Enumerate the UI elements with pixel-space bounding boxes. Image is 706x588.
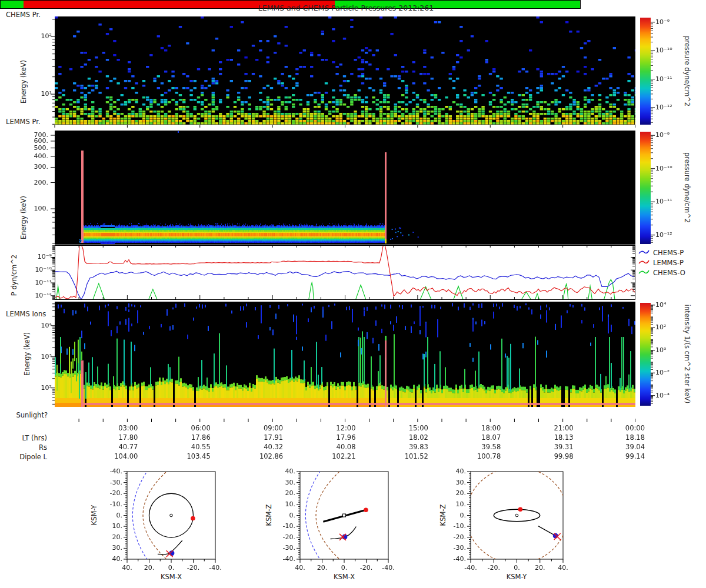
- orbit-y-tick: -10.: [440, 522, 466, 530]
- row-label-dipole: Dipole L: [0, 453, 47, 461]
- ephemeris-value: 17.80: [91, 433, 138, 442]
- colorbar-tick-label: 10⁻⁴: [655, 392, 697, 399]
- ephemeris-value: 104.00: [91, 452, 138, 460]
- ephemeris-value: 17.96: [309, 433, 356, 442]
- colorbar-tick-label: 10⁻⁹: [655, 18, 697, 26]
- ephemeris-value: 39.31: [527, 443, 574, 451]
- ephemeris-value: 99.98: [527, 452, 574, 460]
- orbit-y-tick: 10.: [440, 500, 466, 508]
- panel2-ylabel: Energy (keV): [19, 182, 28, 253]
- time-tick-label: 21:00: [527, 424, 574, 432]
- colorbar-tick-label: 10⁻¹⁰: [655, 46, 697, 54]
- panel-chems-title: CHEMS Pr.: [6, 11, 41, 19]
- orbit-y-tick: 40.: [96, 555, 122, 563]
- ephemeris-value: 39.83: [381, 443, 428, 451]
- colorbar-tick-label: 10⁰: [655, 346, 697, 354]
- ephemeris-value: 103.45: [164, 452, 211, 460]
- colorbar2-title: pressure dyne/cm^2: [683, 141, 691, 235]
- colorbar-tick-label: 10²: [655, 323, 697, 331]
- orbit-y-tick: -20.: [269, 533, 295, 541]
- y-tick-label: 100.: [13, 205, 48, 212]
- ephemeris-value: 100.78: [454, 452, 501, 460]
- orbit-y-tick: -40.: [269, 555, 295, 563]
- y-tick-label: 500.: [13, 144, 48, 152]
- y-tick-label: 200.: [13, 179, 48, 186]
- y-tick-label: 10¹: [16, 90, 52, 98]
- ephemeris-value: 40.77: [91, 443, 138, 451]
- colorbar-tick-label: 10⁻¹²: [655, 231, 697, 239]
- ephemeris-value: 40.55: [164, 443, 211, 451]
- colorbar-tick-label: 10⁻¹¹: [655, 75, 697, 83]
- pressure-lineplot: [55, 245, 635, 300]
- panel1-ylabel: Energy (keV): [19, 46, 28, 117]
- colorbar-intensity: [640, 303, 651, 406]
- orbit-x-tick: 40.: [550, 564, 576, 572]
- orbit-y-tick: -40.: [96, 467, 122, 475]
- orbit-y-tick: -20.: [96, 489, 122, 497]
- orbit-y-tick: 30.: [440, 479, 466, 486]
- orbit-y-tick: -40.: [440, 555, 466, 563]
- row-label-lt: LT (hrs): [0, 434, 47, 442]
- colorbar-pressure-1: [640, 18, 651, 125]
- figure-title: LEMMS and CHEMS Particle Pressures 2012:…: [169, 4, 522, 12]
- orbit-x-tick: 0.: [504, 564, 530, 572]
- orbit-y-tick: 10.: [269, 500, 295, 508]
- orbit-y-tick: -20.: [440, 533, 466, 541]
- colorbar-tick-label: 10⁻¹²: [655, 103, 697, 111]
- lemms-spectrogram: [55, 131, 635, 245]
- y-tick-label: 10⁻¹¹: [16, 279, 52, 286]
- orbit-y-tick: 0.: [96, 512, 122, 519]
- orbit-y-tick: 40.: [269, 467, 295, 475]
- time-tick-label: 09:00: [236, 424, 283, 432]
- ephemeris-value: 39.04: [598, 443, 645, 451]
- ephemeris-value: 17.86: [164, 433, 211, 442]
- ephemeris-value: 99.14: [598, 452, 645, 460]
- chems-spectrogram: [55, 16, 635, 125]
- colorbar-tick-label: 10⁻⁹: [655, 131, 697, 139]
- colorbar-tick-label: 10⁴: [655, 301, 697, 309]
- panel-ions-title: LEMMS Ions: [6, 310, 46, 318]
- ephemeris-value: 17.91: [236, 433, 283, 442]
- time-tick-label: 12:00: [309, 424, 356, 432]
- colorbar-pressure-2: [640, 132, 651, 244]
- y-tick-label: 10²: [16, 384, 52, 392]
- orbit3-xlabel: KSM-Y: [493, 573, 540, 581]
- row-label-rs: Rs: [0, 443, 47, 452]
- y-tick-label: 300.: [13, 163, 48, 171]
- ephemeris-value: 40.32: [236, 443, 283, 451]
- y-tick-label: 10⁴: [16, 322, 52, 329]
- sunlight-segment-yes: [1, 1, 24, 8]
- ephemeris-value: 40.08: [309, 443, 356, 451]
- orbit-y-tick: -10.: [96, 500, 122, 508]
- orbit-y-tick: 20.: [440, 489, 466, 497]
- ephemeris-value: 101.52: [381, 452, 428, 460]
- orbit-y-tick: 30.: [269, 479, 295, 486]
- orbit-y-tick: 40.: [440, 467, 466, 475]
- orbit-y-tick: 10.: [96, 522, 122, 530]
- panel-lemms-title: LEMMS Pr.: [6, 118, 41, 126]
- orbit-y-tick: -30.: [440, 544, 466, 552]
- colorbar-tick-label: 10⁻²: [655, 369, 697, 376]
- sunlight-label: Sunlight?: [0, 411, 48, 419]
- time-tick-label: 00:00: [598, 424, 645, 432]
- orbit-x-tick: 20.: [527, 564, 553, 572]
- ephemeris-value: 102.21: [309, 452, 356, 460]
- orbit-x-tick: -40.: [202, 564, 228, 572]
- y-tick-label: 10⁻¹²: [16, 292, 52, 299]
- orbit2-xlabel: KSM-X: [321, 573, 368, 581]
- orbit-y-tick: 20.: [269, 489, 295, 497]
- y-tick-label: 10⁻⁹: [16, 253, 52, 260]
- orbit1-xlabel: KSM-X: [148, 573, 195, 581]
- time-tick-label: 15:00: [381, 424, 428, 432]
- y-tick-label: 10⁻¹⁰: [16, 266, 52, 273]
- legend-chems-p: CHEMS-P: [653, 249, 684, 257]
- y-tick-label: 400.: [13, 152, 48, 160]
- orbit-y-tick: -30.: [96, 479, 122, 486]
- orbit-y-tick: -10.: [269, 522, 295, 530]
- legend-chems-o: CHEMS-O: [653, 269, 685, 277]
- ions-spectrogram: [55, 302, 635, 407]
- ephemeris-value: 18.18: [598, 433, 645, 442]
- legend-lemms-p: LEMMS-P: [653, 259, 684, 267]
- ephemeris-value: 39.58: [454, 443, 501, 451]
- orbit-y-tick: 0.: [440, 512, 466, 519]
